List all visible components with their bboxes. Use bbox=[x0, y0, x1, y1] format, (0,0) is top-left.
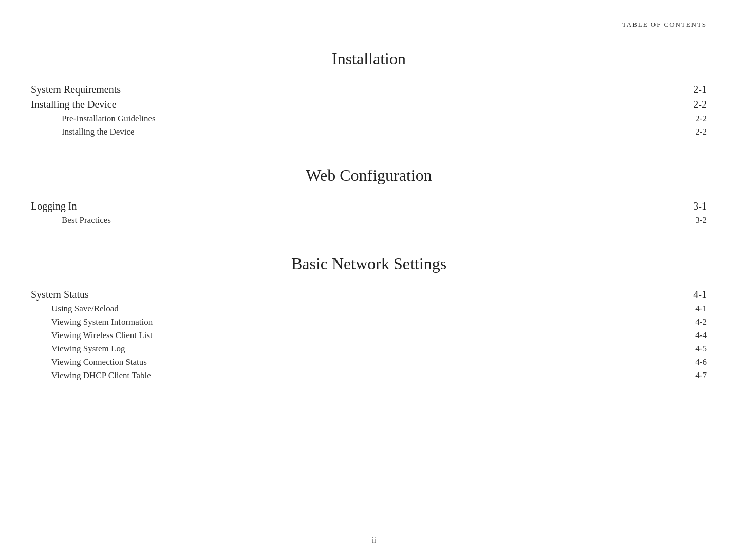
toc-entry-viewing-system-log: Viewing System Log 4-5 bbox=[31, 344, 707, 354]
toc-label: Viewing Connection Status bbox=[51, 357, 147, 367]
toc-page: 2-2 bbox=[693, 99, 707, 110]
toc-label: Viewing System Information bbox=[51, 317, 153, 327]
header-label: Table of Contents bbox=[622, 21, 707, 28]
toc-label: System Requirements bbox=[31, 84, 121, 96]
toc-entry-system-status: System Status 4-1 bbox=[31, 289, 707, 301]
page-header: Table of Contents bbox=[31, 21, 707, 29]
toc-label: Viewing System Log bbox=[51, 344, 125, 354]
toc-page: 3-1 bbox=[693, 200, 707, 212]
page-number: ii bbox=[372, 536, 376, 544]
toc-page: 4-6 bbox=[695, 357, 707, 367]
toc-label: Pre-Installation Guidelines bbox=[62, 114, 156, 124]
section-title-installation: Installation bbox=[31, 49, 707, 68]
toc-page: 4-7 bbox=[695, 370, 707, 381]
toc-page: 4-4 bbox=[695, 330, 707, 341]
basic-network-entries: System Status 4-1 Using Save/Reload 4-1 … bbox=[31, 289, 707, 381]
toc-entry-using-save-reload: Using Save/Reload 4-1 bbox=[31, 304, 707, 314]
gap-2 bbox=[31, 229, 707, 249]
section-title-web-config: Web Configuration bbox=[31, 166, 707, 185]
toc-entry-system-requirements: System Requirements 2-1 bbox=[31, 84, 707, 96]
toc-page: 4-2 bbox=[695, 317, 707, 327]
toc-entry-logging-in: Logging In 3-1 bbox=[31, 200, 707, 212]
toc-entry-viewing-dhcp-client: Viewing DHCP Client Table 4-7 bbox=[31, 370, 707, 381]
toc-label: Installing the Device bbox=[31, 99, 117, 110]
toc-entry-pre-installation: Pre-Installation Guidelines 2-2 bbox=[31, 114, 707, 124]
installation-entries: System Requirements 2-1 Installing the D… bbox=[31, 84, 707, 137]
toc-page: 3-2 bbox=[695, 215, 707, 226]
toc-label: Viewing Wireless Client List bbox=[51, 330, 153, 341]
toc-label: Using Save/Reload bbox=[51, 304, 119, 314]
toc-page: 2-2 bbox=[695, 114, 707, 124]
toc-label: Best Practices bbox=[62, 215, 111, 226]
toc-page: 4-1 bbox=[693, 289, 707, 301]
page-footer: ii bbox=[0, 536, 748, 545]
toc-entry-viewing-wireless-client: Viewing Wireless Client List 4-4 bbox=[31, 330, 707, 341]
gap-1 bbox=[31, 140, 707, 161]
page-container: Table of Contents Installation System Re… bbox=[0, 0, 748, 560]
toc-entry-installing-device-sub: Installing the Device 2-2 bbox=[31, 127, 707, 137]
toc-label: Logging In bbox=[31, 200, 77, 212]
toc-label: Installing the Device bbox=[62, 127, 135, 137]
toc-page: 2-1 bbox=[693, 84, 707, 96]
toc-entry-best-practices: Best Practices 3-2 bbox=[31, 215, 707, 226]
toc-label: System Status bbox=[31, 289, 89, 301]
toc-page: 4-1 bbox=[695, 304, 707, 314]
section-title-basic-network: Basic Network Settings bbox=[31, 254, 707, 273]
toc-page: 4-5 bbox=[695, 344, 707, 354]
toc-entry-viewing-system-info: Viewing System Information 4-2 bbox=[31, 317, 707, 327]
toc-entry-viewing-connection-status: Viewing Connection Status 4-6 bbox=[31, 357, 707, 367]
toc-label: Viewing DHCP Client Table bbox=[51, 370, 151, 381]
web-config-entries: Logging In 3-1 Best Practices 3-2 bbox=[31, 200, 707, 226]
toc-page: 2-2 bbox=[695, 127, 707, 137]
toc-entry-installing-device: Installing the Device 2-2 bbox=[31, 99, 707, 110]
